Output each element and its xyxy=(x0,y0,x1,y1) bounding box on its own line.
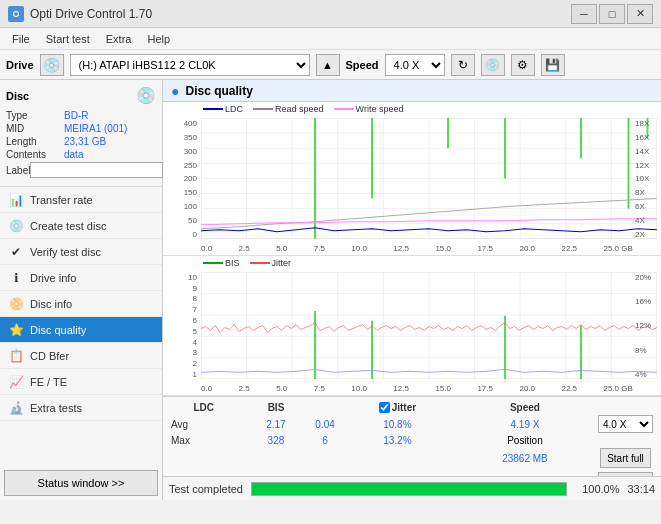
charts-container: LDC Read speed Write speed 4003503002502… xyxy=(163,102,661,396)
chart2-x: 0.02.55.07.510.012.515.017.520.022.525.0… xyxy=(201,384,633,393)
max-value-row: 23862 MB Start full xyxy=(167,447,657,469)
menu-file[interactable]: File xyxy=(4,31,38,47)
cd-bfer-icon: 📋 xyxy=(8,348,24,364)
maximize-button[interactable]: □ xyxy=(599,4,625,24)
stats-table: LDC BIS Jitter Speed xyxy=(167,401,657,472)
verify-icon: ✔ xyxy=(8,244,24,260)
disc-button[interactable]: 💿 xyxy=(481,54,505,76)
col-jitter-header: Jitter xyxy=(339,401,456,414)
minimize-button[interactable]: ─ xyxy=(571,4,597,24)
nav-disc-info[interactable]: 📀 Disc info xyxy=(0,291,162,317)
eject-button[interactable]: ▲ xyxy=(316,54,340,76)
chart2-svg xyxy=(201,272,657,379)
menubar: File Start test Extra Help xyxy=(0,28,661,50)
drivebar: Drive 💿 (H:) ATAPI iHBS112 2 CL0K ▲ Spee… xyxy=(0,50,661,80)
speed-label: Speed xyxy=(346,59,379,71)
save-button[interactable]: 💾 xyxy=(541,54,565,76)
close-button[interactable]: ✕ xyxy=(627,4,653,24)
progress-track xyxy=(251,482,567,496)
chart2-y-right: 20%16%12%8%4% xyxy=(635,274,659,379)
nav-cd-bfer[interactable]: 📋 CD Bfer xyxy=(0,343,162,369)
ldc-chart: LDC Read speed Write speed 4003503002502… xyxy=(163,102,661,256)
drive-info-icon: ℹ xyxy=(8,270,24,286)
app-title: Opti Drive Control 1.70 xyxy=(30,7,152,21)
speed-select[interactable]: 4.0 X xyxy=(385,54,445,76)
drive-label: Drive xyxy=(6,59,34,71)
test-completed-label: Test completed xyxy=(169,483,243,495)
menu-extra[interactable]: Extra xyxy=(98,31,140,47)
chart1-y-right: 18X16X14X12X10X8X6X4X2X xyxy=(635,120,659,239)
contents-value: data xyxy=(64,149,156,160)
nav-fe-te[interactable]: 📈 FE / TE xyxy=(0,369,162,395)
chart2-y-left: 10987654321 xyxy=(163,274,199,379)
app-icon: O xyxy=(8,6,24,22)
fe-te-icon: 📈 xyxy=(8,374,24,390)
position-label: Position xyxy=(456,434,594,447)
window-controls: ─ □ ✕ xyxy=(571,4,653,24)
contents-label: Contents xyxy=(6,149,64,160)
drive-icon: 💿 xyxy=(40,54,64,76)
nav-create-test-disc[interactable]: 💿 Create test disc xyxy=(0,213,162,239)
nav-label-verify: Verify test disc xyxy=(30,246,101,258)
chart2-legend: BIS Jitter xyxy=(203,258,291,268)
status-window-button[interactable]: Status window >> xyxy=(4,470,158,496)
disc-header-label: Disc xyxy=(6,90,29,102)
type-value: BD-R xyxy=(64,110,156,121)
content-header-icon: ● xyxy=(171,83,179,99)
sidebar: Disc 💿 Type BD-R MID MEIRA1 (001) Length… xyxy=(0,80,163,500)
progress-percent: 100.0% xyxy=(575,483,619,495)
max-row: Max 328 6 13.2% Position xyxy=(167,434,657,447)
nav-label-transfer-rate: Transfer rate xyxy=(30,194,93,206)
mid-label: MID xyxy=(6,123,64,134)
elapsed-time: 33:14 xyxy=(627,483,655,495)
nav-verify-test-disc[interactable]: ✔ Verify test disc xyxy=(0,239,162,265)
disc-quality-icon: ⭐ xyxy=(8,322,24,338)
nav-transfer-rate[interactable]: 📊 Transfer rate xyxy=(0,187,162,213)
nav-label-cd-bfer: CD Bfer xyxy=(30,350,69,362)
nav-items: 📊 Transfer rate 💿 Create test disc ✔ Ver… xyxy=(0,187,162,466)
nav-label-create: Create test disc xyxy=(30,220,106,232)
avg-row: Avg 2.17 0.04 10.8% 4.19 X 4.0 X xyxy=(167,414,657,434)
create-disc-icon: 💿 xyxy=(8,218,24,234)
label-input[interactable] xyxy=(30,162,163,178)
chart1-legend: LDC Read speed Write speed xyxy=(203,104,403,114)
settings-button[interactable]: ⚙ xyxy=(511,54,535,76)
content-area: ● Disc quality LDC Read speed Write spee… xyxy=(163,80,661,500)
extra-tests-icon: 🔬 xyxy=(8,400,24,416)
drive-select[interactable]: (H:) ATAPI iHBS112 2 CL0K xyxy=(70,54,310,76)
label-label: Label xyxy=(6,165,30,176)
col-speed-header: Speed xyxy=(456,401,594,414)
type-label: Type xyxy=(6,110,64,121)
chart1-y-left: 400350300250200150100500 xyxy=(163,120,199,239)
mid-value: MEIRA1 (001) xyxy=(64,123,156,134)
nav-label-disc-quality: Disc quality xyxy=(30,324,86,336)
nav-label-disc-info: Disc info xyxy=(30,298,72,310)
nav-label-drive-info: Drive info xyxy=(30,272,76,284)
content-header: ● Disc quality xyxy=(163,80,661,102)
chart1-svg xyxy=(201,118,657,239)
start-full-button[interactable]: Start full xyxy=(600,448,651,468)
stats-bar: LDC BIS Jitter Speed xyxy=(163,396,661,476)
speed-select2[interactable]: 4.0 X xyxy=(598,415,653,433)
titlebar: O Opti Drive Control 1.70 ─ □ ✕ xyxy=(0,0,661,28)
disc-info-icon: 📀 xyxy=(8,296,24,312)
transfer-rate-icon: 📊 xyxy=(8,192,24,208)
menu-starttest[interactable]: Start test xyxy=(38,31,98,47)
col-ldc-header: LDC xyxy=(167,401,241,414)
nav-drive-info[interactable]: ℹ Drive info xyxy=(0,265,162,291)
menu-help[interactable]: Help xyxy=(139,31,178,47)
nav-label-fe-te: FE / TE xyxy=(30,376,67,388)
nav-disc-quality[interactable]: ⭐ Disc quality xyxy=(0,317,162,343)
bis-chart: BIS Jitter 10987654321 20%16%12%8%4% 0.0… xyxy=(163,256,661,396)
disc-section: Disc 💿 Type BD-R MID MEIRA1 (001) Length… xyxy=(0,80,162,187)
col-bis-header: BIS xyxy=(241,401,312,414)
length-value: 23,31 GB xyxy=(64,136,156,147)
jitter-checkbox[interactable] xyxy=(379,402,390,413)
progress-bar-container: Test completed 100.0% 33:14 xyxy=(163,476,661,500)
nav-extra-tests[interactable]: 🔬 Extra tests xyxy=(0,395,162,421)
chart1-x: 0.02.55.07.510.012.515.017.520.022.525.0… xyxy=(201,244,633,253)
refresh-button[interactable]: ↻ xyxy=(451,54,475,76)
disc-refresh-icon[interactable]: 💿 xyxy=(136,86,156,106)
nav-label-extra: Extra tests xyxy=(30,402,82,414)
progress-fill xyxy=(252,483,566,495)
